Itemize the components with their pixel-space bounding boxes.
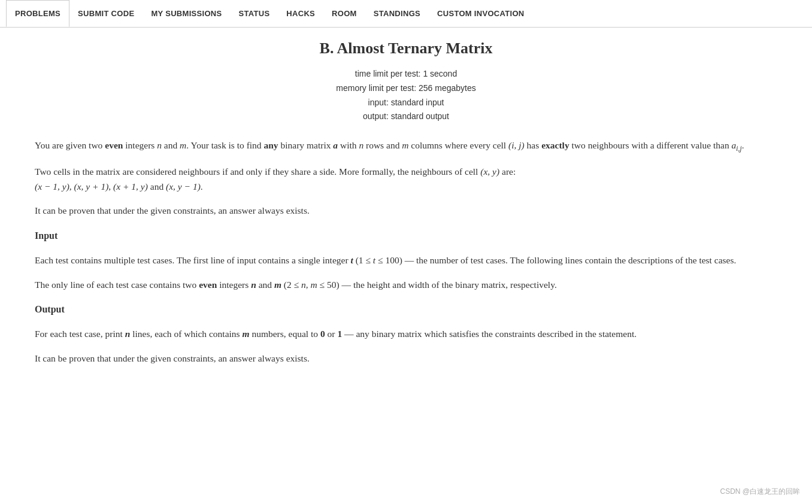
output-paragraph-1: For each test case, print n lines, each …: [35, 327, 777, 342]
nav-hacks[interactable]: HACKS: [278, 0, 323, 27]
bold-exactly: exactly: [541, 140, 569, 150]
input-section-title: Input: [35, 228, 777, 244]
neighbours-paragraph: Two cells in the matrix are considered n…: [35, 165, 777, 195]
nav-standings[interactable]: STANDINGS: [365, 0, 429, 27]
var-m-1: m: [180, 140, 186, 150]
bold-even-1: even: [105, 140, 123, 150]
var-n-2: n: [359, 140, 363, 150]
bold-even-2: even: [199, 280, 217, 290]
proof-paragraph-1: It can be proven that under the given co…: [35, 204, 777, 218]
nav-problems[interactable]: PROBLEMS: [6, 0, 69, 27]
nav-submit-code[interactable]: SUBMIT CODE: [69, 0, 143, 27]
memory-limit: memory limit per test: 256 megabytes: [35, 81, 777, 96]
val-0: 0: [320, 329, 325, 339]
problem-body: You are given two even integers n and m.…: [35, 138, 777, 366]
nav-room[interactable]: ROOM: [323, 0, 365, 27]
main-content: B. Almost Ternary Matrix time limit per …: [17, 28, 795, 400]
var-ij: (i, j): [508, 140, 525, 150]
proof-paragraph-2: It can be proven that under the given co…: [35, 351, 777, 366]
bold-any: any: [264, 140, 278, 150]
nav-bar: PROBLEMS SUBMIT CODE MY SUBMISSIONS STAT…: [0, 0, 812, 28]
time-limit: time limit per test: 1 second: [35, 67, 777, 81]
var-n-bold: n: [251, 280, 256, 290]
var-t: t: [350, 255, 353, 265]
output-section-title: Output: [35, 302, 777, 317]
val-1: 1: [337, 329, 342, 339]
var-aij: ai,j: [732, 140, 742, 150]
neighbour-list: (x − 1, y): [35, 181, 69, 192]
input-paragraph-2: The only line of each test case contains…: [35, 278, 777, 293]
neighbour-4: (x, y − 1): [166, 181, 201, 192]
var-m-2: m: [402, 140, 408, 150]
problem-meta: time limit per test: 1 second memory lim…: [35, 67, 777, 124]
intro-paragraph: You are given two even integers n and m.…: [35, 138, 777, 155]
neighbour-3: (x + 1, y): [113, 181, 148, 192]
var-t-2: t: [373, 255, 375, 265]
var-xy: (x, y): [480, 166, 499, 177]
nav-my-submissions[interactable]: MY SUBMISSIONS: [143, 0, 230, 27]
output-type: output: standard output: [35, 110, 777, 124]
nav-status[interactable]: STATUS: [230, 0, 278, 27]
var-n-out: n: [125, 329, 131, 339]
nav-custom-invocation[interactable]: CUSTOM INVOCATION: [429, 0, 532, 27]
var-m-3: m: [311, 280, 317, 290]
input-type: input: standard input: [35, 96, 777, 110]
var-m-out: m: [243, 329, 250, 339]
neighbour-2: (x, y + 1): [74, 181, 109, 192]
var-m-bold: m: [274, 280, 281, 290]
var-a: a: [333, 140, 338, 150]
var-n-3: n: [301, 280, 306, 290]
problem-title: B. Almost Ternary Matrix: [35, 40, 777, 57]
var-n-1: n: [157, 140, 162, 150]
input-paragraph-1: Each test contains multiple test cases. …: [35, 253, 777, 268]
